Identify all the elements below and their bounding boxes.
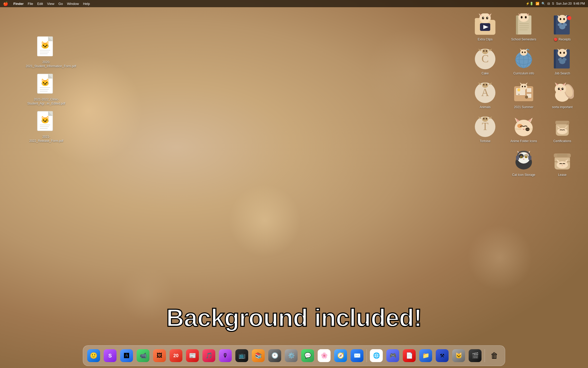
dock-acrobat[interactable]: 📄 (402, 348, 417, 363)
dock-system-pref[interactable]: ⚙️ (284, 348, 299, 363)
icon-certifications[interactable]: z z Certifications (544, 114, 580, 145)
dock-messages[interactable]: 💬 (300, 348, 315, 363)
job-search-icon-img (551, 47, 574, 71)
dock-facetime[interactable]: 📹 (136, 348, 150, 363)
icon-lease[interactable]: Lease (544, 147, 580, 179)
svg-point-67 (483, 50, 485, 52)
anime-folder-icons-label: Anime Folder Icons (510, 139, 537, 143)
icon-school-semesters[interactable]: School Semesters (506, 12, 542, 43)
dock-chrome[interactable]: 🌐 (369, 348, 384, 363)
dock-xcode[interactable]: ⚒ (435, 348, 450, 363)
dock-discord[interactable]: 🎮 (385, 348, 400, 363)
dock-mail[interactable]: ✉️ (350, 348, 364, 363)
icon-cake[interactable]: C Cake (467, 46, 503, 77)
curriculum-info-icon-img (512, 47, 535, 71)
svg-text:T: T (482, 121, 488, 132)
apple-menu[interactable]: 🍎 (3, 1, 8, 6)
svg-point-90 (563, 52, 565, 54)
dock-finder[interactable]: 🙂 (86, 348, 101, 363)
dock-separator-1 (367, 349, 367, 362)
icon-tortoise[interactable]: T Tortoise (467, 114, 503, 145)
2021-summer-icon-img: ☀ (512, 81, 535, 104)
extra-clips-icon-img (474, 13, 497, 37)
dock-cat-app[interactable]: 🐱 (451, 348, 466, 363)
wifi-icon[interactable]: 📶 (536, 2, 539, 5)
svg-text:C: C (482, 53, 489, 65)
dock-trash[interactable]: 🗑 (487, 348, 502, 363)
svg-point-78 (524, 52, 526, 53)
icon-sorta-important[interactable]: sorta important (544, 80, 580, 111)
sorta-important-icon-img (551, 81, 574, 104)
svg-point-128 (483, 118, 485, 119)
svg-point-109 (524, 86, 526, 87)
svg-point-85 (563, 57, 565, 59)
dock-files[interactable]: 📁 (418, 348, 433, 363)
big-text-overlay: Background included! (166, 304, 422, 332)
anime-folder-icons-img (512, 115, 535, 138)
menubar: 🍎 Finder File Edit View Go Window Help ⚡… (0, 0, 588, 7)
file-icon-img-2: 🐱 (35, 73, 58, 97)
dock-separator-2 (485, 349, 485, 362)
dock-podcasts[interactable]: 🎙 (218, 348, 233, 363)
dock-video-app[interactable]: 🎬 (468, 348, 483, 363)
icon-receipts[interactable]: 🔴 Receipts (544, 12, 580, 43)
dock-books[interactable]: 📚 (251, 348, 266, 363)
svg-rect-50 (554, 15, 556, 35)
extra-clips-label: Extra Clips (478, 38, 493, 42)
svg-point-59 (560, 18, 561, 20)
menu-file[interactable]: File (28, 2, 33, 6)
svg-point-44 (525, 16, 527, 19)
menu-view[interactable]: View (47, 2, 54, 6)
svg-point-160 (525, 156, 527, 158)
dock-safari[interactable]: 🧭 (333, 348, 348, 363)
menu-help[interactable]: Help (83, 2, 90, 6)
dock-clock[interactable]: 🕙 (267, 348, 282, 363)
icon-anime-folder-icons[interactable]: Anime Folder Icons (506, 114, 542, 145)
animals-label: Animals (480, 105, 491, 109)
dock-20app[interactable]: 20 (168, 348, 183, 363)
svg-rect-162 (516, 156, 519, 160)
certifications-icon-img: z z (551, 115, 574, 138)
desktop-file-2[interactable]: 🐱 2021-2022_Clinic-Student_Agr...er_Edit… (26, 73, 67, 106)
dock-app-store[interactable]: 🅰 (119, 348, 134, 363)
dock-preview[interactable]: 🖼 (152, 348, 167, 363)
svg-point-122 (560, 90, 562, 91)
svg-point-43 (521, 16, 523, 19)
search-icon[interactable]: 🔍 (541, 2, 545, 5)
menu-go[interactable]: Go (58, 2, 63, 6)
school-semesters-icon-img (512, 13, 535, 37)
dock-photos[interactable]: 🌸 (317, 348, 332, 363)
desktop-file-3[interactable]: 🐱 2021-2022_Release_Form.pdf (26, 111, 67, 143)
icon-extra-clips[interactable]: Extra Clips (467, 12, 503, 43)
app-menu-finder[interactable]: Finder (13, 2, 24, 6)
datetime-display: Sun Jun 20 9:46 PM (556, 2, 585, 5)
dock-music[interactable]: 🎵 (201, 348, 216, 363)
cat-icon-storage-label: Cat Icon Storage (512, 173, 535, 177)
siri-icon[interactable]: S (552, 2, 554, 5)
icon-cat-icon-storage[interactable]: Cat Icon Storage (506, 147, 542, 179)
2021-summer-label: 2021 Summer (514, 105, 533, 109)
desktop-file-1[interactable]: 🐱 2020-2021_Student_Information_Form.pdf (26, 36, 67, 68)
svg-point-136 (525, 127, 530, 131)
dock-news[interactable]: 📰 (185, 348, 200, 363)
tortoise-icon-img: T (474, 115, 497, 138)
svg-point-84 (559, 57, 562, 59)
desktop-icons-area: Extra Clips (465, 9, 583, 181)
dock-siri[interactable]: S (103, 348, 118, 363)
cake-label: Cake (482, 72, 489, 76)
dock-apple-tv[interactable]: 📺 (234, 348, 249, 363)
icon-2021-summer[interactable]: ☀ 2021 Summer (506, 80, 542, 111)
svg-text:A: A (481, 87, 489, 98)
desktop-files-area: 🐱 2020-2021_Student_Information_Form.pdf… (26, 36, 67, 143)
svg-point-93 (482, 83, 488, 88)
icon-job-search[interactable]: Job Search (544, 46, 580, 77)
svg-text:🐱: 🐱 (41, 41, 50, 49)
job-search-label: Job Search (555, 72, 570, 76)
control-center-icon[interactable]: ⊟ (547, 2, 550, 5)
menu-edit[interactable]: Edit (37, 2, 43, 6)
tortoise-label: Tortoise (480, 139, 491, 143)
icon-animals[interactable]: A Animals (467, 80, 503, 111)
icon-curriculum-info[interactable]: Curriculum info (506, 46, 542, 77)
menu-window[interactable]: Window (67, 2, 79, 6)
lease-label: Lease (558, 173, 567, 177)
